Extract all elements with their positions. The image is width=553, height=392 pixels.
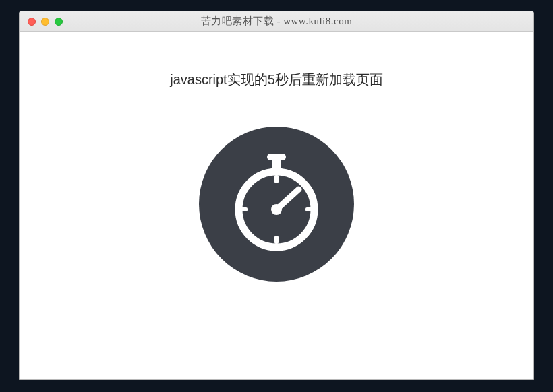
- close-button[interactable]: [28, 18, 36, 26]
- page-heading: javascript实现的5秒后重新加载页面: [170, 71, 383, 89]
- svg-rect-7: [274, 236, 279, 244]
- maximize-button[interactable]: [55, 18, 63, 26]
- stopwatch-icon: [229, 152, 324, 256]
- window-controls: [28, 18, 63, 26]
- minimize-button[interactable]: [41, 18, 49, 26]
- browser-window: 苦力吧素材下载 - www.kuli8.com javascript实现的5秒后…: [19, 11, 534, 380]
- svg-rect-8: [239, 207, 248, 211]
- svg-rect-6: [305, 207, 314, 211]
- svg-rect-5: [274, 175, 279, 183]
- stopwatch-badge: [199, 127, 354, 282]
- window-titlebar: 苦力吧素材下载 - www.kuli8.com: [20, 11, 533, 32]
- svg-line-4: [276, 189, 299, 209]
- window-title: 苦力吧素材下载 - www.kuli8.com: [20, 15, 533, 28]
- svg-rect-1: [272, 159, 281, 168]
- page-content: javascript实现的5秒后重新加载页面: [20, 32, 533, 379]
